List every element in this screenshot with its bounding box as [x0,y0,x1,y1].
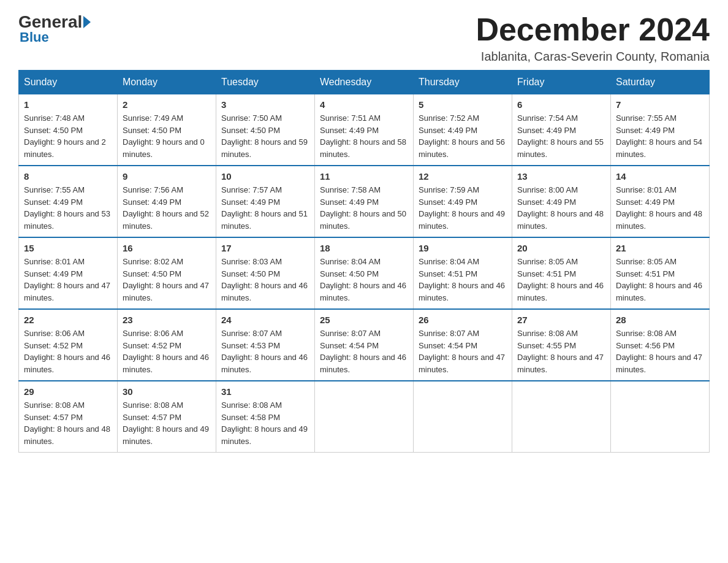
day-number: 9 [123,171,211,182]
day-info: Sunrise: 8:07 AM Sunset: 4:53 PM Dayligh… [221,327,309,375]
calendar-week-row: 22 Sunrise: 8:06 AM Sunset: 4:52 PM Dayl… [19,309,710,381]
day-info: Sunrise: 8:07 AM Sunset: 4:54 PM Dayligh… [419,327,507,375]
location-subtitle: Iablanita, Caras-Severin County, Romania [476,50,710,64]
day-info: Sunrise: 7:56 AM Sunset: 4:49 PM Dayligh… [123,184,211,232]
day-info: Sunrise: 8:05 AM Sunset: 4:51 PM Dayligh… [616,256,704,304]
day-info: Sunrise: 7:55 AM Sunset: 4:49 PM Dayligh… [24,184,112,232]
calendar-day-header: Tuesday [216,71,315,94]
calendar-cell [512,381,611,453]
day-info: Sunrise: 8:03 AM Sunset: 4:50 PM Dayligh… [221,256,309,304]
calendar-week-row: 8 Sunrise: 7:55 AM Sunset: 4:49 PM Dayli… [19,166,710,237]
calendar-cell: 14 Sunrise: 8:01 AM Sunset: 4:49 PM Dayl… [611,166,710,237]
day-info: Sunrise: 7:57 AM Sunset: 4:49 PM Dayligh… [221,184,309,232]
calendar-cell: 3 Sunrise: 7:50 AM Sunset: 4:50 PM Dayli… [216,94,315,166]
calendar-cell: 31 Sunrise: 8:08 AM Sunset: 4:58 PM Dayl… [216,381,315,453]
calendar-cell: 11 Sunrise: 7:58 AM Sunset: 4:49 PM Dayl… [315,166,414,237]
day-number: 23 [123,315,211,325]
day-number: 14 [616,171,704,182]
calendar-cell: 29 Sunrise: 8:08 AM Sunset: 4:57 PM Dayl… [19,381,118,453]
day-info: Sunrise: 8:05 AM Sunset: 4:51 PM Dayligh… [517,256,605,304]
calendar-cell: 21 Sunrise: 8:05 AM Sunset: 4:51 PM Dayl… [611,237,710,309]
day-number: 6 [517,99,605,110]
day-info: Sunrise: 8:01 AM Sunset: 4:49 PM Dayligh… [616,184,704,232]
calendar-table: SundayMondayTuesdayWednesdayThursdayFrid… [18,70,710,453]
day-info: Sunrise: 7:52 AM Sunset: 4:49 PM Dayligh… [419,112,507,160]
day-info: Sunrise: 8:04 AM Sunset: 4:51 PM Dayligh… [419,256,507,304]
day-number: 7 [616,99,704,110]
day-number: 31 [221,386,309,397]
calendar-cell: 4 Sunrise: 7:51 AM Sunset: 4:49 PM Dayli… [315,94,414,166]
day-info: Sunrise: 7:51 AM Sunset: 4:49 PM Dayligh… [320,112,408,160]
calendar-cell [414,381,512,453]
calendar-cell: 23 Sunrise: 8:06 AM Sunset: 4:52 PM Dayl… [118,309,216,381]
day-number: 27 [517,315,605,325]
day-number: 13 [517,171,605,182]
day-number: 3 [221,99,309,110]
day-number: 25 [320,315,408,325]
day-info: Sunrise: 7:58 AM Sunset: 4:49 PM Dayligh… [320,184,408,232]
day-info: Sunrise: 8:08 AM Sunset: 4:55 PM Dayligh… [517,327,605,375]
calendar-cell: 22 Sunrise: 8:06 AM Sunset: 4:52 PM Dayl… [19,309,118,381]
calendar-cell [611,381,710,453]
calendar-cell: 30 Sunrise: 8:08 AM Sunset: 4:57 PM Dayl… [118,381,216,453]
day-number: 1 [24,99,112,110]
calendar-cell: 16 Sunrise: 8:02 AM Sunset: 4:50 PM Dayl… [118,237,216,309]
calendar-cell: 27 Sunrise: 8:08 AM Sunset: 4:55 PM Dayl… [512,309,611,381]
logo: General Blue [18,12,92,45]
day-number: 2 [123,99,211,110]
calendar-cell: 8 Sunrise: 7:55 AM Sunset: 4:49 PM Dayli… [19,166,118,237]
calendar-day-header: Wednesday [315,71,414,94]
day-info: Sunrise: 8:08 AM Sunset: 4:57 PM Dayligh… [24,399,112,447]
calendar-day-header: Saturday [611,71,710,94]
calendar-cell: 5 Sunrise: 7:52 AM Sunset: 4:49 PM Dayli… [414,94,512,166]
day-info: Sunrise: 7:50 AM Sunset: 4:50 PM Dayligh… [221,112,309,160]
day-number: 24 [221,315,309,325]
day-number: 15 [24,243,112,253]
day-number: 11 [320,171,408,182]
day-number: 4 [320,99,408,110]
month-year-title: December 2024 [476,12,710,47]
calendar-cell: 28 Sunrise: 8:08 AM Sunset: 4:56 PM Dayl… [611,309,710,381]
calendar-cell: 2 Sunrise: 7:49 AM Sunset: 4:50 PM Dayli… [118,94,216,166]
day-info: Sunrise: 8:08 AM Sunset: 4:57 PM Dayligh… [123,399,211,447]
calendar-cell: 7 Sunrise: 7:55 AM Sunset: 4:49 PM Dayli… [611,94,710,166]
page-header: General Blue December 2024 Iablanita, Ca… [18,12,710,64]
day-info: Sunrise: 8:06 AM Sunset: 4:52 PM Dayligh… [24,327,112,375]
day-number: 21 [616,243,704,253]
day-number: 10 [221,171,309,182]
calendar-cell: 20 Sunrise: 8:05 AM Sunset: 4:51 PM Dayl… [512,237,611,309]
day-number: 19 [419,243,507,253]
calendar-cell: 12 Sunrise: 7:59 AM Sunset: 4:49 PM Dayl… [414,166,512,237]
day-info: Sunrise: 8:08 AM Sunset: 4:58 PM Dayligh… [221,399,309,447]
calendar-day-header: Monday [118,71,216,94]
calendar-day-header: Thursday [414,71,512,94]
day-info: Sunrise: 8:00 AM Sunset: 4:49 PM Dayligh… [517,184,605,232]
day-number: 20 [517,243,605,253]
day-info: Sunrise: 7:59 AM Sunset: 4:49 PM Dayligh… [419,184,507,232]
day-info: Sunrise: 7:49 AM Sunset: 4:50 PM Dayligh… [123,112,211,160]
day-number: 28 [616,315,704,325]
calendar-cell: 26 Sunrise: 8:07 AM Sunset: 4:54 PM Dayl… [414,309,512,381]
logo-arrow-icon [83,16,91,28]
calendar-week-row: 1 Sunrise: 7:48 AM Sunset: 4:50 PM Dayli… [19,94,710,166]
day-number: 16 [123,243,211,253]
day-number: 12 [419,171,507,182]
logo-blue-text: Blue [18,29,49,45]
day-number: 5 [419,99,507,110]
day-number: 18 [320,243,408,253]
day-number: 17 [221,243,309,253]
day-number: 30 [123,386,211,397]
day-number: 8 [24,171,112,182]
calendar-cell: 13 Sunrise: 8:00 AM Sunset: 4:49 PM Dayl… [512,166,611,237]
day-info: Sunrise: 8:02 AM Sunset: 4:50 PM Dayligh… [123,256,211,304]
calendar-cell: 17 Sunrise: 8:03 AM Sunset: 4:50 PM Dayl… [216,237,315,309]
day-number: 22 [24,315,112,325]
calendar-day-header: Sunday [19,71,118,94]
calendar-header-row: SundayMondayTuesdayWednesdayThursdayFrid… [19,71,710,94]
calendar-week-row: 15 Sunrise: 8:01 AM Sunset: 4:49 PM Dayl… [19,237,710,309]
day-number: 26 [419,315,507,325]
calendar-day-header: Friday [512,71,611,94]
day-info: Sunrise: 8:08 AM Sunset: 4:56 PM Dayligh… [616,327,704,375]
day-number: 29 [24,386,112,397]
calendar-cell: 9 Sunrise: 7:56 AM Sunset: 4:49 PM Dayli… [118,166,216,237]
